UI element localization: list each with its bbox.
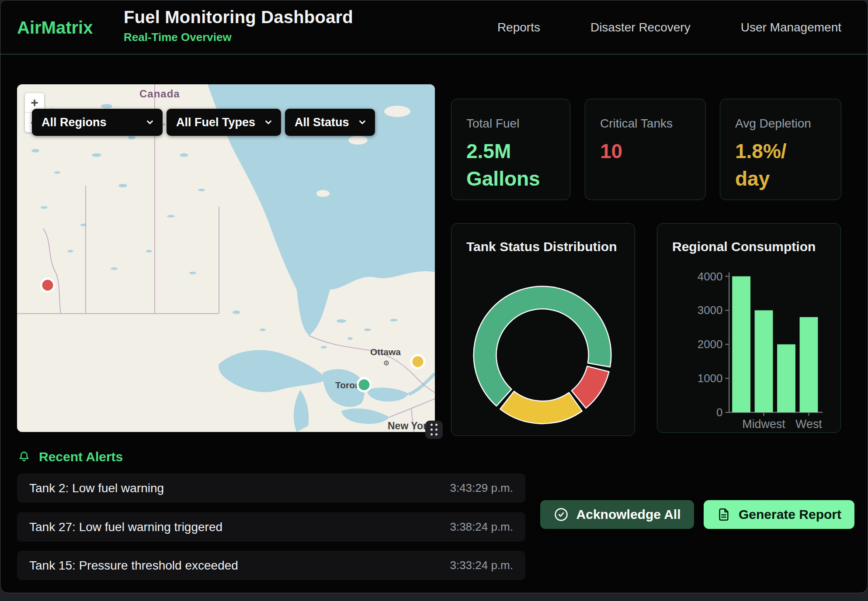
status-filter-dropdown[interactable]: All Status <box>285 109 375 136</box>
region-filter-dropdown[interactable]: All Regions <box>32 109 163 136</box>
map-panel: Canada Ottawa Toronto New York + − All R… <box>17 84 435 432</box>
y-tick-label: 1000 <box>698 372 723 384</box>
x-tick-label: Midwest <box>742 418 785 431</box>
chevron-down-icon <box>264 117 273 127</box>
map-marker-critical[interactable] <box>41 279 54 292</box>
stat-label: Avg Depletion <box>735 117 826 131</box>
map-resize-handle[interactable] <box>425 421 443 439</box>
acknowledge-all-label: Acknowledge All <box>576 507 681 522</box>
main-nav: Reports Disaster Recovery User Managemen… <box>497 0 841 55</box>
title-block: Fuel Monitoring Dashboard Real-Time Over… <box>124 7 353 44</box>
acknowledge-all-button[interactable]: Acknowledge All <box>540 500 694 529</box>
y-tick-label: 3000 <box>698 304 723 316</box>
donut-segment-warning <box>500 391 582 424</box>
nav-user-management[interactable]: User Management <box>741 21 841 35</box>
y-tick-label: 2000 <box>698 338 723 350</box>
stat-label: Critical Tanks <box>600 117 691 131</box>
regional-consumption-title: Regional Consumption <box>672 239 816 254</box>
y-tick-label: 4000 <box>698 270 723 283</box>
bar-region-2 <box>777 344 795 412</box>
recent-alerts-heading: Recent Alerts <box>18 449 123 464</box>
region-filter-value: All Regions <box>42 116 107 129</box>
map-island <box>384 106 410 117</box>
y-tick-label: 0 <box>716 406 722 418</box>
stat-value: 10 <box>600 138 691 165</box>
bell-icon <box>18 450 30 464</box>
alert-time: 3:38:24 p.m. <box>450 520 513 534</box>
alert-message: Tank 15: Pressure threshold exceeded <box>29 559 238 573</box>
generate-report-label: Generate Report <box>739 507 841 522</box>
stat-card-avg-depletion: Avg Depletion 1.8%/day <box>720 99 841 200</box>
page-subtitle: Real-Time Overview <box>124 31 353 44</box>
check-circle-icon <box>554 507 569 522</box>
map-town-dot-center <box>386 363 387 364</box>
regional-consumption-bar-chart: 01000200030004000MidwestWest <box>657 224 840 432</box>
bar-region-3 <box>800 317 818 412</box>
chevron-down-icon <box>145 117 155 127</box>
nav-reports[interactable]: Reports <box>497 21 540 35</box>
file-text-icon <box>717 507 731 522</box>
alert-message: Tank 2: Low fuel warning <box>29 481 164 495</box>
alert-time: 3:43:29 p.m. <box>450 481 513 495</box>
stat-label: Total Fuel <box>466 117 555 131</box>
status-filter-value: All Status <box>295 116 349 129</box>
map-svg: Canada Ottawa Toronto New York <box>17 84 435 432</box>
stat-value: 1.8%/day <box>735 138 826 193</box>
x-tick-label: West <box>795 418 822 431</box>
map-label-ottawa: Ottawa <box>370 347 401 357</box>
alert-row[interactable]: Tank 2: Low fuel warning 3:43:29 p.m. <box>17 473 525 503</box>
fuel-type-filter-value: All Fuel Types <box>176 116 255 129</box>
map-filters: All Regions All Fuel Types All Status <box>32 109 375 136</box>
chevron-down-icon <box>358 117 367 127</box>
header: AirMatrix Fuel Monitoring Dashboard Real… <box>0 0 868 55</box>
bar-region-0 <box>732 276 750 413</box>
generate-report-button[interactable]: Generate Report <box>704 500 854 529</box>
alert-row[interactable]: Tank 27: Low fuel warning triggered 3:38… <box>17 512 525 542</box>
alert-time: 3:33:24 p.m. <box>450 559 513 572</box>
donut-segment-critical <box>572 366 609 408</box>
fuel-type-filter-dropdown[interactable]: All Fuel Types <box>167 109 281 136</box>
map-marker-normal[interactable] <box>358 378 371 391</box>
bar-region-1 <box>755 310 773 412</box>
dashboard-root: AirMatrix Fuel Monitoring Dashboard Real… <box>0 0 868 593</box>
alert-message: Tank 27: Low fuel warning triggered <box>29 520 222 534</box>
tank-status-donut-chart <box>451 224 635 435</box>
tank-status-title: Tank Status Distribution <box>466 239 617 254</box>
map-canvas[interactable]: Canada Ottawa Toronto New York + − All R… <box>17 84 435 432</box>
page-title: Fuel Monitoring Dashboard <box>124 7 353 27</box>
map-island <box>348 136 368 145</box>
regional-consumption-card: Regional Consumption 01000200030004000Mi… <box>657 223 841 433</box>
map-label-canada: Canada <box>139 88 180 100</box>
alert-row[interactable]: Tank 15: Pressure threshold exceeded 3:3… <box>17 551 525 580</box>
nav-disaster-recovery[interactable]: Disaster Recovery <box>590 21 691 35</box>
app-logo: AirMatrix <box>17 18 93 38</box>
stat-card-critical-tanks: Critical Tanks 10 <box>585 99 706 200</box>
map-marker-warning[interactable] <box>411 355 424 368</box>
recent-alerts-label: Recent Alerts <box>39 449 123 464</box>
stat-card-total-fuel: Total Fuel 2.5MGallons <box>451 99 570 200</box>
stat-value: 2.5MGallons <box>466 138 555 193</box>
tank-status-card: Tank Status Distribution <box>451 223 635 436</box>
map-island <box>316 190 330 197</box>
